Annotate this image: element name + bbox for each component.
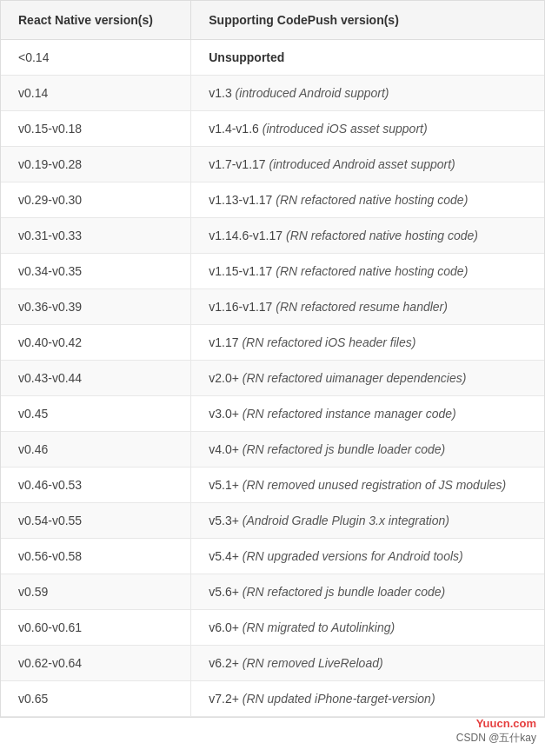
table-row: v0.46-v0.53v5.1+ (RN removed unused regi… [1, 468, 544, 503]
table-row: v0.62-v0.64v6.2+ (RN removed LiveReload) [1, 646, 544, 681]
table-row: v0.34-v0.35v1.15-v1.17 (RN refactored na… [1, 254, 544, 289]
cp-version-cell: v1.14.6-v1.17 (RN refactored native host… [191, 218, 544, 254]
rn-version-cell: v0.59 [1, 574, 191, 610]
rn-version-cell: v0.65 [1, 681, 191, 717]
table-row: v0.15-v0.18v1.4-v1.6 (introduced iOS ass… [1, 111, 544, 147]
table-row: v0.54-v0.55v5.3+ (Android Gradle Plugin … [1, 503, 544, 539]
table-row: v0.31-v0.33v1.14.6-v1.17 (RN refactored … [1, 218, 544, 254]
cp-version-cell: v6.2+ (RN removed LiveReload) [191, 646, 544, 681]
rn-version-cell: v0.54-v0.55 [1, 503, 191, 539]
table-row: v0.14v1.3 (introduced Android support) [1, 76, 544, 111]
header-rn: React Native version(s) [1, 1, 191, 40]
table-row: v0.40-v0.42v1.17 (RN refactored iOS head… [1, 325, 544, 361]
rn-version-cell: v0.31-v0.33 [1, 218, 191, 254]
cp-version-cell: v4.0+ (RN refactored js bundle loader co… [191, 432, 544, 468]
table-row: v0.60-v0.61v6.0+ (RN migrated to Autolin… [1, 610, 544, 646]
rn-version-cell: v0.46 [1, 432, 191, 468]
rn-version-cell: <0.14 [1, 40, 191, 76]
table-row: v0.65v7.2+ (RN updated iPhone-target-ver… [1, 681, 544, 717]
cp-version-cell: v6.0+ (RN migrated to Autolinking) [191, 610, 544, 646]
rn-version-cell: v0.36-v0.39 [1, 289, 191, 325]
cp-version-cell: v7.2+ (RN updated iPhone-target-version) [191, 681, 544, 717]
table-row: v0.45v3.0+ (RN refactored instance manag… [1, 396, 544, 432]
rn-version-cell: v0.40-v0.42 [1, 325, 191, 361]
rn-version-cell: v0.45 [1, 396, 191, 432]
header-cp: Supporting CodePush version(s) [191, 1, 544, 40]
table-row: v0.59v5.6+ (RN refactored js bundle load… [1, 574, 544, 610]
cp-version-cell: v1.17 (RN refactored iOS header files) [191, 325, 544, 361]
rn-version-cell: v0.46-v0.53 [1, 468, 191, 503]
rn-version-cell: v0.19-v0.28 [1, 147, 191, 182]
rn-version-cell: v0.43-v0.44 [1, 361, 191, 396]
rn-version-cell: v0.15-v0.18 [1, 111, 191, 147]
table-row: v0.56-v0.58v5.4+ (RN upgraded versions f… [1, 539, 544, 574]
rn-version-cell: v0.14 [1, 76, 191, 111]
cp-version-cell: Unsupported [191, 40, 544, 76]
cp-version-cell: v1.3 (introduced Android support) [191, 76, 544, 111]
cp-version-cell: v1.15-v1.17 (RN refactored native hostin… [191, 254, 544, 289]
table-row: v0.46v4.0+ (RN refactored js bundle load… [1, 432, 544, 468]
cp-version-cell: v2.0+ (RN refactored uimanager dependenc… [191, 361, 544, 396]
table-row: v0.29-v0.30v1.13-v1.17 (RN refactored na… [1, 182, 544, 218]
cp-version-cell: v1.7-v1.17 (introduced Android asset sup… [191, 147, 544, 182]
cp-version-cell: v1.16-v1.17 (RN refactored resume handle… [191, 289, 544, 325]
cp-version-cell: v5.4+ (RN upgraded versions for Android … [191, 539, 544, 574]
cp-version-cell: v5.1+ (RN removed unused registration of… [191, 468, 544, 503]
rn-version-cell: v0.60-v0.61 [1, 610, 191, 646]
cp-version-cell: v3.0+ (RN refactored instance manager co… [191, 396, 544, 432]
table-row: v0.36-v0.39v1.16-v1.17 (RN refactored re… [1, 289, 544, 325]
cp-version-cell: v5.6+ (RN refactored js bundle loader co… [191, 574, 544, 610]
watermark-line1: Yuucn.com [476, 717, 536, 730]
rn-version-cell: v0.62-v0.64 [1, 646, 191, 681]
table-header-row: React Native version(s) Supporting CodeP… [1, 1, 544, 40]
rn-version-cell: v0.34-v0.35 [1, 254, 191, 289]
watermark-line2: CSDN @五什kay [456, 731, 536, 746]
cp-version-cell: v1.13-v1.17 (RN refactored native hostin… [191, 182, 544, 218]
compatibility-table: React Native version(s) Supporting CodeP… [0, 0, 545, 718]
cp-version-cell: v1.4-v1.6 (introduced iOS asset support) [191, 111, 544, 147]
table-row: v0.19-v0.28v1.7-v1.17 (introduced Androi… [1, 147, 544, 182]
rn-version-cell: v0.29-v0.30 [1, 182, 191, 218]
table-row: <0.14Unsupported [1, 40, 544, 76]
rn-version-cell: v0.56-v0.58 [1, 539, 191, 574]
table-row: v0.43-v0.44v2.0+ (RN refactored uimanage… [1, 361, 544, 396]
cp-version-cell: v5.3+ (Android Gradle Plugin 3.x integra… [191, 503, 544, 539]
